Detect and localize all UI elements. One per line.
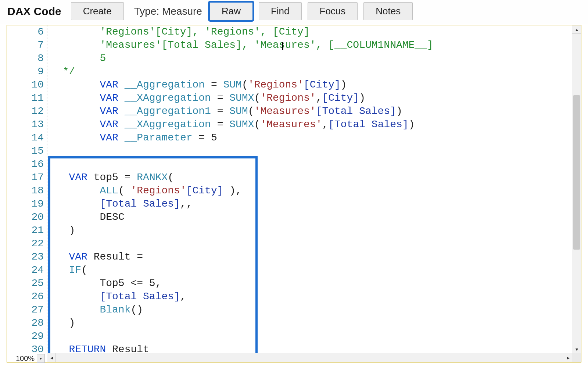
- code-line[interactable]: [50, 330, 572, 343]
- raw-button[interactable]: Raw: [209, 2, 253, 20]
- line-number: 18: [7, 184, 44, 197]
- code-line[interactable]: ): [50, 224, 572, 237]
- zoom-value: 100%: [14, 354, 37, 363]
- code-line[interactable]: VAR __XAggregation = SUMX('Measures',[To…: [50, 118, 572, 131]
- line-number: 9: [7, 65, 44, 78]
- vertical-scrollbar[interactable]: ▴ ▾: [572, 25, 581, 353]
- line-number: 15: [7, 144, 44, 158]
- scroll-up-icon[interactable]: ▴: [572, 25, 581, 34]
- code-line[interactable]: [50, 158, 572, 171]
- code-line[interactable]: Blank(): [50, 303, 572, 317]
- app-title: DAX Code: [7, 5, 61, 18]
- notes-button[interactable]: Notes: [363, 2, 413, 20]
- code-line[interactable]: ): [50, 317, 572, 330]
- code-line[interactable]: IF(: [50, 264, 572, 277]
- code-line[interactable]: [Total Sales],,: [50, 197, 572, 211]
- line-number: 20: [7, 211, 44, 224]
- line-number: 23: [7, 250, 44, 264]
- line-number: 19: [7, 197, 44, 211]
- line-number: 24: [7, 264, 44, 277]
- line-number: 26: [7, 290, 44, 303]
- code-line[interactable]: DESC: [50, 211, 572, 224]
- code-line[interactable]: [50, 144, 572, 158]
- create-button[interactable]: Create: [71, 2, 124, 20]
- toolbar: DAX Code Create Type: Measure Raw Find F…: [0, 0, 588, 24]
- code-line[interactable]: [Total Sales],: [50, 290, 572, 303]
- code-line[interactable]: RETURN Result: [50, 343, 572, 353]
- scroll-down-icon[interactable]: ▾: [572, 345, 581, 353]
- line-number: 10: [7, 78, 44, 92]
- zoom-dropdown-icon[interactable]: ▾: [37, 354, 45, 363]
- zoom-control[interactable]: 100% ▾: [14, 354, 574, 363]
- line-number: 25: [7, 277, 44, 290]
- line-number-gutter: 6789101112131415161718192021222324252627…: [7, 25, 47, 353]
- editor-viewport: 6789101112131415161718192021222324252627…: [7, 25, 572, 353]
- code-line[interactable]: */: [50, 65, 572, 78]
- code-editor[interactable]: 6789101112131415161718192021222324252627…: [7, 25, 581, 362]
- line-number: 16: [7, 158, 44, 171]
- line-number: 21: [7, 224, 44, 237]
- type-label: Type: Measure: [134, 6, 202, 17]
- code-line[interactable]: VAR __XAggregation = SUMX('Regions',[Cit…: [50, 92, 572, 105]
- line-number: 14: [7, 131, 44, 144]
- line-number: 7: [7, 39, 44, 52]
- focus-button[interactable]: Focus: [308, 2, 358, 20]
- line-number: 30: [7, 343, 44, 353]
- code-line[interactable]: VAR top5 = RANKX(: [50, 171, 572, 184]
- code-line[interactable]: ALL( 'Regions'[City] ),: [50, 184, 572, 197]
- code-line[interactable]: 'Regions'[City], 'Regions', [City]: [50, 25, 572, 39]
- line-number: 6: [7, 25, 44, 39]
- line-number: 28: [7, 317, 44, 330]
- code-content[interactable]: 'Regions'[City], 'Regions', [City] 'Meas…: [50, 25, 572, 353]
- line-number: 22: [7, 237, 44, 250]
- vertical-scroll-thumb[interactable]: [573, 95, 580, 250]
- code-line[interactable]: Top5 <= 5,: [50, 277, 572, 290]
- app-root: DAX Code Create Type: Measure Raw Find F…: [0, 0, 588, 386]
- line-number: 12: [7, 105, 44, 118]
- line-number: 29: [7, 330, 44, 343]
- line-number: 11: [7, 92, 44, 105]
- code-line[interactable]: [50, 237, 572, 250]
- code-line[interactable]: VAR __Parameter = 5: [50, 131, 572, 144]
- code-line[interactable]: VAR __Aggregation1 = SUM('Measures'[Tota…: [50, 105, 572, 118]
- line-number: 17: [7, 171, 44, 184]
- find-button[interactable]: Find: [259, 2, 302, 20]
- line-number: 27: [7, 303, 44, 317]
- line-number: 13: [7, 118, 44, 131]
- code-line[interactable]: VAR Result =: [50, 250, 572, 264]
- line-number: 8: [7, 52, 44, 65]
- code-line[interactable]: 'Measures'[Total Sales], 'Measures', [__…: [50, 39, 572, 52]
- code-line[interactable]: 5: [50, 52, 572, 65]
- code-line[interactable]: VAR __Aggregation = SUM('Regions'[City]): [50, 78, 572, 92]
